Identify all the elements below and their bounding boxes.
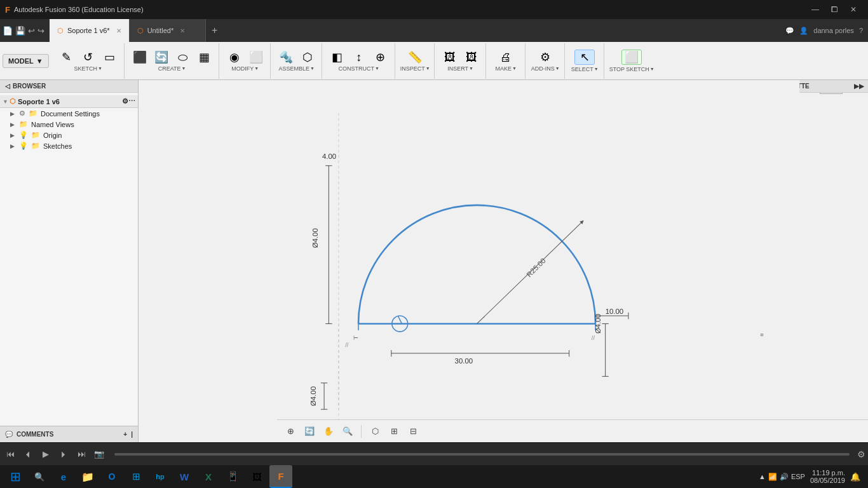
named-views-icon: 📁 [19, 120, 28, 128]
root-actions-icon[interactable]: ⋯ [128, 97, 135, 105]
stop-sketch-button[interactable]: ⬜ [621, 50, 642, 65]
new-file-button[interactable]: 📄 [3, 26, 13, 36]
sidebar-item-sketches[interactable]: ▶ 💡 📁 Sketches [0, 140, 138, 151]
hole-icon: ⬭ [178, 51, 187, 63]
tab-close-button2[interactable]: ✕ [180, 27, 185, 34]
save-button[interactable]: 💾 [15, 26, 25, 36]
taskbar-edge[interactable]: e [52, 465, 75, 488]
joint-icon: 🔩 [279, 51, 293, 63]
minimize-button[interactable]: — [806, 0, 825, 19]
pan-button[interactable]: ✋ [320, 423, 337, 440]
taskbar-fusion[interactable]: F [269, 465, 292, 488]
stop-sketch-arrow: ▼ [650, 67, 654, 71]
sidebar-item-named-views[interactable]: ▶ 📁 Named Views [0, 119, 138, 130]
tray-lang[interactable]: ESP [791, 473, 805, 481]
timeline-end-button[interactable]: ⏭ [74, 447, 89, 462]
comments-collapse-icon[interactable]: | [131, 431, 133, 438]
construct-btn3[interactable]: ⊕ [370, 50, 391, 64]
taskbar-word[interactable]: W [173, 465, 196, 488]
sidebar-item-doc-settings[interactable]: ▶ ⚙ 📁 Document Settings [0, 108, 138, 119]
svg-text://: // [345, 342, 349, 348]
timeline-next-button[interactable]: ⏵ [56, 447, 71, 462]
tab-close-button[interactable]: ✕ [116, 27, 121, 34]
timeline-track[interactable] [114, 453, 850, 456]
orbit-button[interactable]: 🔄 [301, 423, 318, 440]
tray-notifications-icon[interactable]: 🔔 [850, 472, 860, 482]
sketch-icon: ✎ [62, 51, 71, 63]
taskbar-clock[interactable]: 11:19 p.m. 08/05/2019 [810, 469, 845, 484]
assemble-btn1[interactable]: 🔩 [276, 50, 296, 64]
create-btn1[interactable]: ⬛ [130, 50, 150, 64]
fit-view-button[interactable]: ⊕ [282, 423, 299, 440]
comments-bar[interactable]: 💬 COMMENTS + | [0, 426, 138, 442]
print-icon: 🖨 [500, 51, 512, 63]
construct-btn2[interactable]: ↕ [349, 50, 369, 64]
timeline-start-button[interactable]: ⏮ [3, 447, 18, 462]
taskbar-outlook[interactable]: O [100, 465, 123, 488]
timeline-camera-button[interactable]: 📷 [92, 447, 107, 462]
taskbar-photos[interactable]: 🖼 [245, 465, 268, 488]
create-btn4[interactable]: ▦ [194, 50, 215, 64]
taskbar-excel[interactable]: X [197, 465, 220, 488]
taskbar-right: ▲ 📶 🔊 ESP 11:19 p.m. 08/05/2019 🔔 [759, 469, 865, 484]
maximize-button[interactable]: ⧠ [825, 0, 844, 19]
tab-soporte[interactable]: ⬡ Soporte 1 v6* ✕ [50, 19, 130, 42]
sketch-btn3[interactable]: ▭ [100, 50, 120, 64]
create-btn2[interactable]: 🔄 [151, 50, 172, 64]
redo-button[interactable]: ↪ [37, 26, 44, 36]
account-icon[interactable]: 👤 [799, 27, 808, 35]
tab-untitled[interactable]: ⬡ Untitled* ✕ [130, 19, 206, 42]
comments-label: COMMENTS [17, 431, 53, 438]
tray-volume-icon[interactable]: 🔊 [780, 473, 789, 481]
modify-btn1[interactable]: ◉ [224, 50, 245, 64]
modify-label: MODIFY [231, 65, 254, 72]
model-dropdown[interactable]: MODEL ▼ [3, 54, 49, 68]
app-title: Autodesk Fusion 360 (Education License) [14, 6, 806, 13]
timeline-play-button[interactable]: ▶ [38, 447, 53, 462]
sketch-btn2[interactable]: ↺ [78, 50, 98, 64]
tab-label: Soporte 1 v6* [67, 27, 110, 34]
tab-icon2: ⬡ [137, 27, 144, 35]
new-tab-button[interactable]: + [206, 22, 224, 39]
snap-button[interactable]: ⊟ [405, 423, 421, 440]
select-btn1[interactable]: ↖ [574, 50, 595, 65]
close-button[interactable]: ✕ [844, 0, 863, 19]
notification-icon[interactable]: 💬 [785, 27, 794, 35]
taskbar-search[interactable]: 🔍 [28, 465, 51, 488]
addins-btn1[interactable]: ⚙ [535, 50, 555, 64]
timeline-prev-button[interactable]: ⏴ [20, 447, 36, 462]
make-btn1[interactable]: 🖨 [496, 50, 516, 64]
sketch-mode-button[interactable]: ✎ [57, 50, 77, 64]
grid-button[interactable]: ⊞ [386, 423, 402, 440]
help-button[interactable]: ? [859, 27, 863, 34]
timeline-settings-button[interactable]: ⚙ [857, 449, 865, 459]
insert-btn1[interactable]: 🖼 [440, 50, 460, 64]
sidebar-item-origin[interactable]: ▶ 💡 📁 Origin [0, 130, 138, 140]
taskbar-whatsapp[interactable]: 📱 [221, 465, 244, 488]
taskbar-store[interactable]: ⊞ [125, 465, 147, 488]
construct-btn1[interactable]: ◧ [327, 50, 348, 64]
display-mode-button[interactable]: ⬡ [367, 423, 383, 440]
zoom-button[interactable]: 🔍 [339, 423, 356, 440]
inspect-btn1[interactable]: 📏 [405, 50, 425, 64]
collapse-browser-icon[interactable]: ◁ [5, 83, 10, 90]
root-expand-arrow: ▼ [3, 98, 8, 105]
modify-btn2[interactable]: ⬜ [246, 50, 266, 64]
root-settings-icon[interactable]: ⚙ [122, 97, 128, 105]
addins-group: ⚙ ADD-INS▼ [527, 43, 565, 79]
svg-text:Ø4.00: Ø4.00 [594, 314, 602, 334]
create-btn3[interactable]: ⬭ [173, 50, 193, 64]
comments-add-icon[interactable]: + [123, 431, 127, 438]
axis-icon: ↕ [356, 51, 362, 63]
start-button[interactable]: ⊞ [3, 465, 28, 488]
undo-button[interactable]: ↩ [28, 26, 35, 36]
insert-group: 🖼 🖼 INSERT▼ [436, 43, 486, 79]
tray-up-icon[interactable]: ▲ [759, 473, 766, 481]
insert-btn2[interactable]: 🖼 [461, 50, 482, 64]
assemble-btn2[interactable]: ⬡ [297, 50, 318, 64]
sketch-group: ✎ ↺ ▭ SKETCH▼ [53, 43, 125, 79]
taskbar-explorer[interactable]: 📁 [76, 465, 99, 488]
tray-wifi-icon[interactable]: 📶 [768, 473, 777, 481]
browser-root[interactable]: ▼ ⬡ Soporte 1 v6 ⚙ ⋯ [0, 95, 138, 108]
taskbar-hp[interactable]: hp [149, 465, 172, 488]
